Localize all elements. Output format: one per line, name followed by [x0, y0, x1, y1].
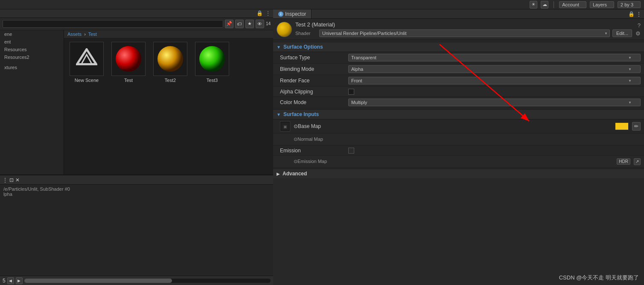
render-face-row: Render Face Front — [273, 75, 644, 87]
emission-label: Emission — [280, 148, 348, 154]
surface-inputs-title: Surface Inputs — [283, 111, 319, 117]
subpanel-close-icon[interactable]: ✕ — [15, 177, 20, 183]
advanced-section: ▶ Advanced — [273, 169, 644, 178]
surface-type-dropdown[interactable]: Transparent — [348, 54, 641, 61]
tree-item-ent[interactable]: ent — [0, 38, 64, 46]
svg-point-3 — [157, 46, 183, 72]
surface-options-toggle: ▼ — [277, 45, 281, 49]
bottom-subpanel: ⋮ ⊡ ✕ /e/Particles/Unlit, SubShader #0 l… — [0, 174, 273, 285]
blending-mode-dropdown[interactable]: Alpha — [348, 65, 641, 73]
surface-inputs-header[interactable]: ▼ Surface Inputs — [273, 109, 644, 119]
asset-label-test3: Test3 — [207, 78, 218, 83]
inspector-more-icon[interactable]: ⋮ — [636, 11, 641, 17]
svg-point-4 — [199, 46, 225, 72]
inspector-tab-icon: i — [278, 12, 283, 17]
file-tree-panel: ene ent Resources Resources2 xtures — [0, 30, 64, 175]
project-more-icon[interactable]: ⋮ — [265, 10, 271, 16]
inspector-tab[interactable]: i Inspector — [273, 9, 312, 18]
asset-test3[interactable]: Test3 — [193, 42, 231, 83]
base-map-color-swatch[interactable] — [615, 122, 629, 130]
asset-label-test2: Test2 — [165, 78, 176, 83]
surface-type-label: Surface Type — [280, 55, 348, 61]
alpha-clipping-label: Alpha Clipping — [280, 89, 348, 95]
render-face-value: Front — [348, 77, 641, 84]
breadcrumb-assets[interactable]: Assets — [67, 32, 82, 37]
asset-thumbnail-test3 — [195, 42, 229, 76]
scrollbar-track[interactable] — [24, 279, 271, 283]
render-face-dropdown[interactable]: Front — [348, 77, 641, 84]
emission-value — [348, 148, 641, 154]
breadcrumb-test[interactable]: Test — [88, 32, 97, 37]
eyedropper-btn[interactable]: ✏ — [632, 122, 641, 131]
surface-type-row: Surface Type Transparent — [273, 52, 644, 64]
tree-item-xtures[interactable]: xtures — [0, 64, 64, 71]
color-mode-dropdown[interactable]: Multiply — [348, 99, 641, 106]
next-page-btn[interactable]: ▶ — [16, 277, 23, 284]
surface-options-section: ▼ Surface Options Surface Type Transpare… — [273, 42, 644, 108]
inspector-body: ▼ Surface Options Surface Type Transpare… — [273, 40, 644, 285]
blending-mode-label: Blending Mode — [280, 66, 348, 72]
subpanel-footer: 5 ◀ ▶ — [0, 276, 273, 285]
prev-page-btn[interactable]: ◀ — [7, 277, 14, 284]
asset-test[interactable]: Test — [109, 42, 148, 83]
search-input[interactable] — [3, 20, 223, 28]
subpanel-header: ⋮ ⊡ ✕ — [0, 175, 273, 185]
normal-map-label: ⊙Normal Map — [294, 137, 641, 142]
asset-thumbnail-test — [111, 42, 146, 76]
inspector-panel: i Inspector 🔒 ⋮ — [273, 9, 644, 285]
material-name: Test 2 (Material) — [295, 21, 632, 28]
alpha-clipping-value — [348, 89, 641, 95]
material-header: Test 2 (Material) Shader Universal Rende… — [273, 19, 644, 40]
subpanel-content: /e/Particles/Unlit, SubShader #0 lpha — [0, 185, 273, 276]
emission-map-label: ⊙Emission Map — [294, 159, 613, 164]
surface-inputs-toggle: ▼ — [277, 112, 281, 117]
project-lock-icon[interactable]: 🔒 — [256, 10, 263, 16]
edit-shader-btn[interactable]: Edit... — [612, 29, 632, 37]
layout-dropdown[interactable]: 2 by 3 — [618, 1, 641, 8]
surface-options-header[interactable]: ▼ Surface Options — [273, 42, 644, 52]
subpanel-line2: lpha — [3, 192, 270, 197]
subpanel-restore-icon[interactable]: ⊡ — [9, 177, 14, 183]
star-btn[interactable]: ★ — [245, 20, 254, 28]
pin-btn[interactable]: 📌 — [225, 20, 233, 28]
base-map-label: ⊙Base Map — [294, 123, 612, 129]
expand-btn[interactable]: ↗ — [634, 158, 641, 165]
asset-grid: New Scene — [64, 38, 273, 175]
tree-item-resources2[interactable]: Resources2 — [0, 53, 64, 61]
tree-item-ene[interactable]: ene — [0, 30, 64, 38]
shader-row: Shader Universal Render Pipeline/Particl… — [295, 29, 632, 37]
project-panel-header: 🔒 ⋮ — [0, 9, 273, 18]
surface-inputs-section: ▼ Surface Inputs ▣ ⊙Base Map — [273, 109, 644, 168]
base-map-thumb[interactable]: ▣ — [280, 121, 290, 131]
subpanel-more-icon[interactable]: ⋮ — [3, 177, 8, 183]
shader-dropdown[interactable]: Universal Render Pipeline/Particles/Unli… — [319, 29, 610, 37]
unity-logo-icon — [76, 48, 97, 70]
asset-new-scene[interactable]: New Scene — [67, 42, 106, 83]
settings-icon[interactable]: ⚙ — [635, 30, 641, 37]
project-area: 🔒 ⋮ 📌 🏷 ★ 👁 14 ene ent Resources Resourc… — [0, 9, 273, 285]
asset-thumbnail-test2 — [153, 42, 187, 76]
blending-mode-value: Alpha — [348, 65, 641, 73]
layers-dropdown[interactable]: Layers — [590, 1, 614, 8]
emission-checkbox[interactable] — [348, 148, 354, 154]
project-top: ene ent Resources Resources2 xtures Asse… — [0, 30, 273, 175]
help-icon[interactable]: ? — [638, 22, 641, 29]
sun-icon[interactable]: ☀ — [530, 1, 537, 9]
green-sphere-icon — [197, 44, 227, 74]
advanced-section-header[interactable]: ▶ Advanced — [273, 169, 644, 178]
asset-test2[interactable]: Test2 — [151, 42, 189, 83]
hdr-btn[interactable]: HDR — [617, 158, 630, 165]
base-map-thumb-icon: ▣ — [281, 122, 289, 130]
red-sphere-icon — [114, 44, 143, 74]
main-layout: 🔒 ⋮ 📌 🏷 ★ 👁 14 ene ent Resources Resourc… — [0, 9, 644, 285]
alpha-clipping-checkbox[interactable] — [348, 89, 354, 95]
account-dropdown[interactable]: Account — [559, 1, 586, 8]
badge-count: 14 — [266, 21, 271, 26]
tree-item-resources[interactable]: Resources — [0, 46, 64, 53]
shader-label: Shader — [295, 31, 317, 36]
eye-btn[interactable]: 👁 — [256, 20, 264, 28]
cloud-icon[interactable]: ☁ — [541, 1, 548, 9]
inspector-tab-label: Inspector — [285, 11, 306, 17]
tag-btn[interactable]: 🏷 — [235, 20, 244, 28]
inspector-lock-icon[interactable]: 🔒 — [628, 11, 635, 17]
